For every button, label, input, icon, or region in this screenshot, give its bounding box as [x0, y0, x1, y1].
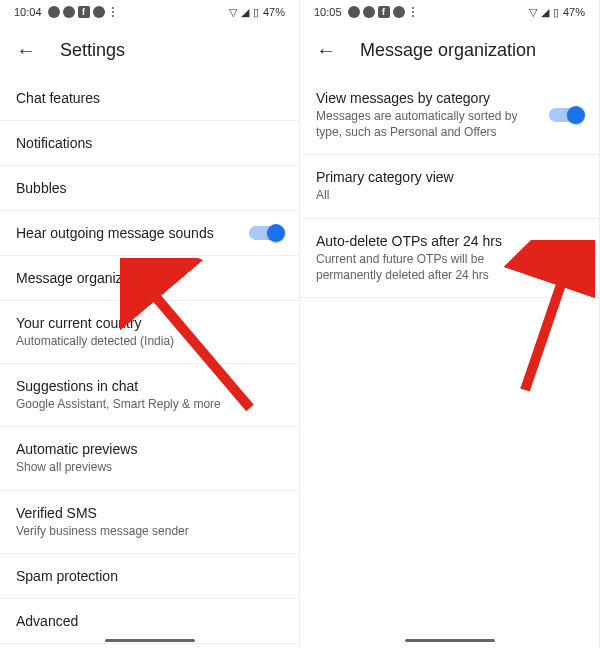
app-bar: ← Message organization [300, 24, 599, 76]
item-label: Automatic previews [16, 441, 283, 457]
item-automatic-previews[interactable]: Automatic previews Show all previews [0, 427, 299, 490]
item-label: Primary category view [316, 169, 583, 185]
view-by-category-toggle[interactable] [549, 108, 583, 122]
status-time: 10:05 [314, 6, 342, 18]
item-sublabel: Current and future OTPs will be permanen… [316, 251, 537, 283]
item-label: Your current country [16, 315, 283, 331]
item-label: Hear outgoing message sounds [16, 225, 237, 241]
item-view-by-category[interactable]: View messages by category Messages are a… [300, 76, 599, 155]
item-sublabel: Automatically detected (India) [16, 333, 283, 349]
item-verified-sms[interactable]: Verified SMS Verify business message sen… [0, 491, 299, 554]
item-sublabel: Show all previews [16, 459, 283, 475]
item-primary-category-view[interactable]: Primary category view All [300, 155, 599, 218]
battery-percent: 47% [263, 6, 285, 18]
page-title: Settings [60, 40, 125, 61]
nav-handle[interactable] [405, 639, 495, 642]
screen-message-organization: 10:05 f ▽ ◢ ▯ 47% ← Message organization… [300, 0, 600, 648]
item-label: Advanced [16, 613, 283, 629]
status-bar: 10:05 f ▽ ◢ ▯ 47% [300, 0, 599, 24]
nav-handle[interactable] [105, 639, 195, 642]
item-auto-delete-otps[interactable]: Auto-delete OTPs after 24 hrs Current an… [300, 219, 599, 298]
item-outgoing-sounds[interactable]: Hear outgoing message sounds [0, 211, 299, 256]
back-icon[interactable]: ← [316, 40, 336, 60]
item-label: Message organization [16, 270, 283, 286]
page-title: Message organization [360, 40, 536, 61]
app-bar: ← Settings [0, 24, 299, 76]
status-notif-icons: f [348, 6, 418, 18]
item-bubbles[interactable]: Bubbles [0, 166, 299, 211]
item-label: Notifications [16, 135, 283, 151]
item-label: Auto-delete OTPs after 24 hrs [316, 233, 537, 249]
item-sublabel: All [316, 187, 583, 203]
settings-list: Chat features Notifications Bubbles Hear… [0, 76, 299, 648]
item-help-improve[interactable]: Help improve Messages [0, 644, 299, 648]
item-chat-features[interactable]: Chat features [0, 76, 299, 121]
item-advanced[interactable]: Advanced [0, 599, 299, 644]
outgoing-sounds-toggle[interactable] [249, 226, 283, 240]
item-suggestions-chat[interactable]: Suggestions in chat Google Assistant, Sm… [0, 364, 299, 427]
signal-icon: ◢ [541, 6, 549, 19]
item-notifications[interactable]: Notifications [0, 121, 299, 166]
status-notif-icons: f [48, 6, 118, 18]
item-sublabel: Messages are automatically sorted by typ… [316, 108, 537, 140]
item-label: View messages by category [316, 90, 537, 106]
item-label: Chat features [16, 90, 283, 106]
battery-icon: ▯ [253, 6, 259, 19]
signal-icon: ◢ [241, 6, 249, 19]
item-label: Suggestions in chat [16, 378, 283, 394]
status-time: 10:04 [14, 6, 42, 18]
item-sublabel: Google Assistant, Smart Reply & more [16, 396, 283, 412]
battery-icon: ▯ [553, 6, 559, 19]
item-current-country[interactable]: Your current country Automatically detec… [0, 301, 299, 364]
item-label: Bubbles [16, 180, 283, 196]
settings-list: View messages by category Messages are a… [300, 76, 599, 298]
screen-settings: 10:04 f ▽ ◢ ▯ 47% ← Settings Chat featur… [0, 0, 300, 648]
item-spam-protection[interactable]: Spam protection [0, 554, 299, 599]
auto-delete-otps-toggle[interactable] [549, 251, 583, 265]
wifi-icon: ▽ [229, 6, 237, 19]
item-label: Verified SMS [16, 505, 283, 521]
back-icon[interactable]: ← [16, 40, 36, 60]
status-bar: 10:04 f ▽ ◢ ▯ 47% [0, 0, 299, 24]
battery-percent: 47% [563, 6, 585, 18]
item-label: Spam protection [16, 568, 283, 584]
item-sublabel: Verify business message sender [16, 523, 283, 539]
item-message-organization[interactable]: Message organization [0, 256, 299, 301]
wifi-icon: ▽ [529, 6, 537, 19]
